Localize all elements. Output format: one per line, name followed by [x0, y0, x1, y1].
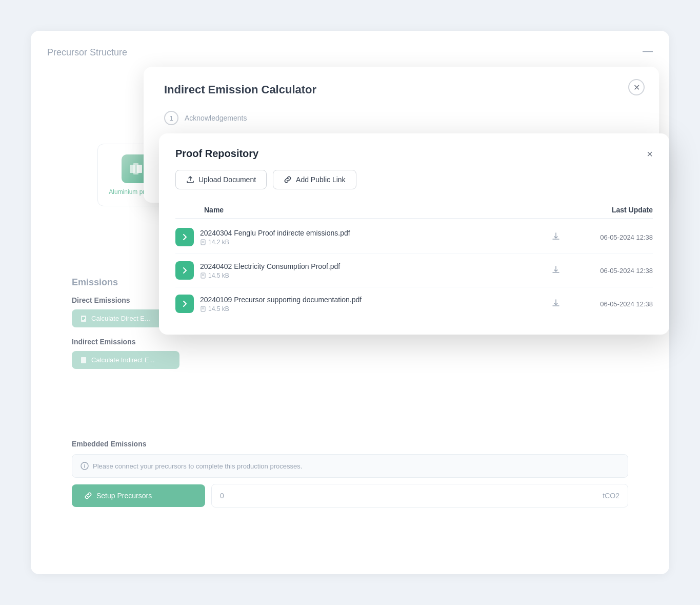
- info-icon: [81, 462, 89, 470]
- file-rows-container: 20240304 Fenglu Proof indirecte emission…: [175, 221, 653, 320]
- file-icon: [200, 272, 206, 279]
- col-name-header: Name: [175, 206, 561, 214]
- file-info: 20240109 Precursor supporting documentat…: [200, 296, 541, 313]
- indirect-emissions-group: Indirect Emissions Calculate Indirect E.…: [72, 338, 205, 369]
- table-row: 20240109 Precursor supporting documentat…: [175, 287, 653, 320]
- setup-precursors-label: Setup Precursors: [96, 492, 152, 500]
- file-expand-button[interactable]: [175, 228, 194, 246]
- download-button[interactable]: [547, 263, 565, 278]
- file-size: 14.2 kB: [200, 239, 541, 246]
- proof-repository-modal: Proof Repository × Upload Document Add P…: [159, 133, 669, 335]
- link-chain-icon: [284, 175, 292, 184]
- file-info: 20240304 Fenglu Proof indirecte emission…: [200, 229, 541, 246]
- file-icon: [200, 306, 206, 312]
- indirect-emission-title: Indirect Emission Calculator: [164, 83, 638, 96]
- chevron-right-icon: [181, 300, 189, 308]
- step-1-number: 1: [164, 111, 178, 125]
- proof-modal-close-button[interactable]: ×: [647, 149, 653, 159]
- calculate-indirect-button[interactable]: Calculate Indirect E...: [72, 351, 179, 369]
- embedded-emissions-title: Embedded Emissions: [72, 440, 628, 448]
- download-button[interactable]: [547, 297, 565, 311]
- indirect-emissions-label: Indirect Emissions: [72, 338, 205, 346]
- doc-icon-2: [80, 357, 87, 364]
- file-expand-button[interactable]: [175, 295, 194, 313]
- embedded-info-text: Please connect your precursors to comple…: [93, 462, 302, 470]
- setup-precursors-button[interactable]: Setup Precursors: [72, 484, 205, 507]
- minimize-button[interactable]: —: [643, 45, 653, 57]
- svg-point-10: [84, 464, 85, 465]
- upload-icon: [186, 175, 194, 184]
- file-icon: [200, 239, 206, 245]
- file-name: 20240304 Fenglu Proof indirecte emission…: [200, 229, 541, 237]
- add-public-link-button[interactable]: Add Public Link: [273, 170, 356, 189]
- aluminium-svg-icon: [128, 161, 144, 177]
- upload-document-label: Upload Document: [198, 175, 256, 184]
- download-icon: [551, 299, 561, 308]
- svg-rect-2: [133, 163, 138, 174]
- col-update-header: Last Update: [561, 206, 653, 214]
- download-icon: [551, 232, 561, 241]
- download-icon: [551, 265, 561, 275]
- calculate-direct-label: Calculate Direct E...: [91, 315, 150, 322]
- file-size: 14.5 kB: [200, 272, 541, 279]
- table-row: 20240304 Fenglu Proof indirecte emission…: [175, 221, 653, 254]
- bg-card-title: Precursor Structure: [47, 47, 127, 57]
- proof-modal-title: Proof Repository: [175, 148, 258, 160]
- doc-icon: [80, 315, 87, 322]
- download-button[interactable]: [547, 230, 565, 245]
- add-public-link-label: Add Public Link: [296, 175, 346, 184]
- file-table-header: Name Last Update: [175, 202, 653, 219]
- step-1-label: Acknowledgements: [185, 114, 247, 122]
- file-size: 14.5 kB: [200, 305, 541, 313]
- link-icon: [84, 492, 92, 500]
- file-name: 20240402 Electricity Consumption Proof.p…: [200, 262, 541, 270]
- tco2-input-field[interactable]: 0 tCO2: [211, 484, 628, 508]
- calculate-indirect-label: Calculate Indirect E...: [91, 356, 155, 364]
- tco2-value: 0: [220, 492, 224, 500]
- bottom-row: Setup Precursors 0 tCO2: [72, 484, 628, 508]
- file-info: 20240402 Electricity Consumption Proof.p…: [200, 262, 541, 279]
- embedded-emissions-section: Embedded Emissions Please connect your p…: [72, 440, 628, 508]
- file-name: 20240109 Precursor supporting documentat…: [200, 296, 541, 304]
- file-date: 06-05-2024 12:38: [571, 267, 653, 275]
- file-date: 06-05-2024 12:38: [571, 300, 653, 308]
- chevron-right-icon: [181, 266, 189, 275]
- action-buttons: Upload Document Add Public Link: [175, 170, 653, 189]
- embedded-info-box: Please connect your precursors to comple…: [72, 454, 628, 478]
- proof-modal-header: Proof Repository ×: [175, 148, 653, 160]
- upload-document-button[interactable]: Upload Document: [175, 170, 267, 189]
- step-1-row: 1 Acknowledgements: [164, 111, 638, 125]
- file-date: 06-05-2024 12:38: [571, 233, 653, 241]
- close-x-icon: ×: [647, 148, 653, 160]
- close-icon: ✕: [633, 83, 640, 92]
- table-row: 20240402 Electricity Consumption Proof.p…: [175, 254, 653, 287]
- file-expand-button[interactable]: [175, 261, 194, 280]
- tco2-unit: tCO2: [603, 492, 619, 500]
- indirect-modal-close-button[interactable]: ✕: [628, 79, 645, 95]
- chevron-right-icon: [181, 233, 189, 241]
- file-table: Name Last Update 20240304 Fenglu Proof i…: [175, 202, 653, 320]
- svg-rect-7: [81, 357, 86, 363]
